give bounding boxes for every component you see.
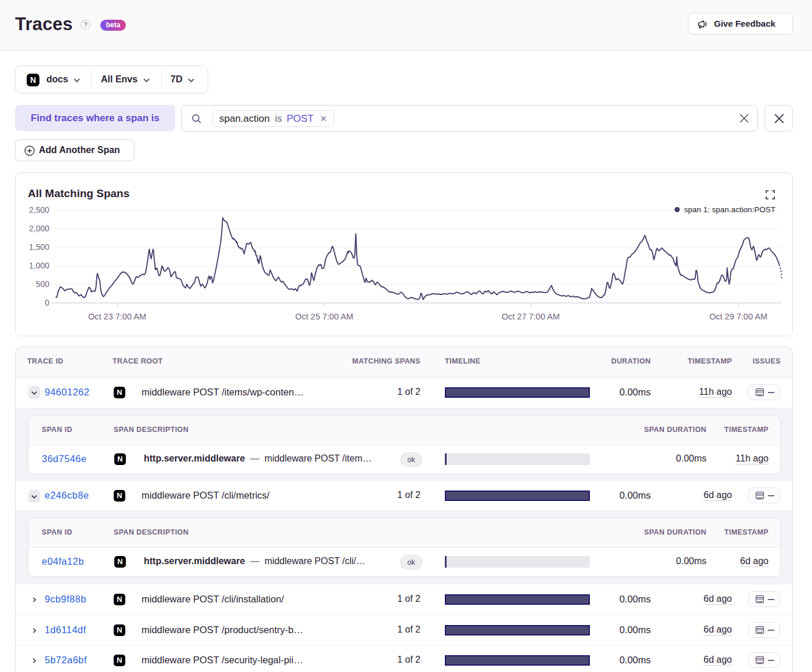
- svg-text:500: 500: [36, 279, 50, 289]
- svg-text:2,500: 2,500: [29, 205, 49, 215]
- svg-text:1,500: 1,500: [29, 242, 49, 252]
- svg-text:2,000: 2,000: [29, 224, 49, 233]
- svg-text:Oct 29 7:00 AM: Oct 29 7:00 AM: [709, 312, 767, 321]
- svg-text:Oct 25 7:00 AM: Oct 25 7:00 AM: [295, 312, 353, 321]
- svg-text:1,000: 1,000: [29, 261, 49, 270]
- svg-text:Oct 23 7:00 AM: Oct 23 7:00 AM: [88, 312, 146, 321]
- svg-text:Oct 27 7:00 AM: Oct 27 7:00 AM: [502, 312, 560, 321]
- svg-text:0: 0: [45, 298, 49, 307]
